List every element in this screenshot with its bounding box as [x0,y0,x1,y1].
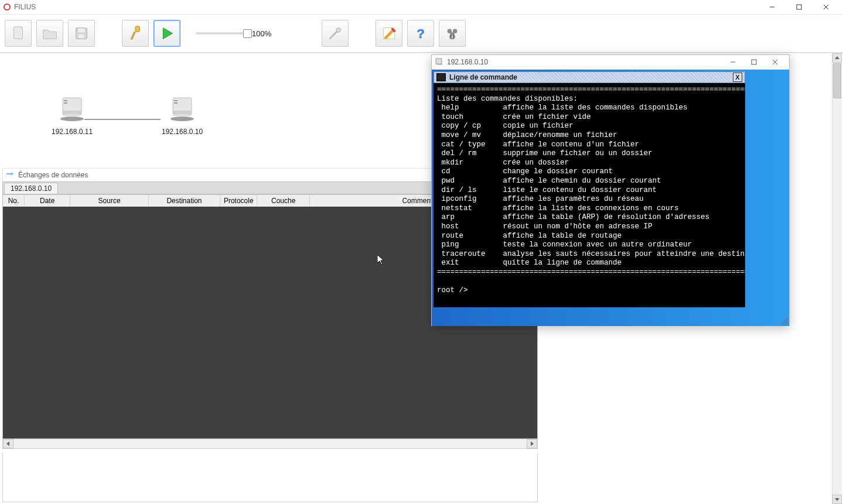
svg-rect-36 [436,59,442,64]
host-node[interactable]: 192.168.0.11 [52,93,93,136]
svg-marker-31 [6,441,9,446]
scroll-down-button[interactable] [832,495,842,504]
svg-marker-34 [835,56,839,59]
window-minimize-button[interactable] [759,0,786,14]
open-file-button[interactable] [36,20,63,47]
scroll-up-button[interactable] [832,53,842,63]
svg-text:i: i [452,34,453,40]
svg-rect-8 [78,29,84,33]
svg-rect-2 [797,5,801,9]
svg-rect-10 [135,26,140,32]
save-file-button[interactable] [68,20,95,47]
host-window-close-button[interactable] [764,56,786,68]
build-button[interactable] [122,20,149,47]
svg-rect-22 [63,111,81,114]
col-no[interactable]: No. [3,195,25,207]
network-cable[interactable] [84,119,161,120]
svg-rect-9 [79,35,84,39]
svg-rect-30 [174,102,178,104]
exchange-icon [6,171,15,179]
data-tab[interactable]: 192.168.0.10 [4,183,58,194]
terminal-window[interactable]: Ligne de commande X ====================… [434,71,745,307]
svg-rect-11 [130,31,136,40]
main-titlebar: FILIUS [0,0,843,14]
terminal-output[interactable]: ========================================… [434,83,745,298]
play-button[interactable] [153,20,180,47]
window-maximize-button[interactable] [786,0,813,14]
notes-tool-button[interactable] [376,20,402,47]
packet-detail-pane[interactable] [2,452,538,502]
zoom-slider-thumb[interactable] [243,29,252,38]
svg-marker-12 [163,28,172,39]
main-toolbar: 100% ? i [0,14,843,53]
app-logo-icon [4,4,11,11]
host-node[interactable]: 192.168.0.10 [162,93,203,136]
col-source[interactable]: Source [70,195,149,207]
scroll-right-button[interactable] [527,439,537,448]
window-close-button[interactable] [813,0,839,14]
workspace-v-scrollbar[interactable] [832,53,842,504]
svg-point-0 [4,4,10,10]
table-h-scrollbar[interactable] [2,439,538,449]
svg-point-37 [436,64,443,65]
host-window-minimize-button[interactable] [722,56,743,68]
host-desktop-window[interactable]: 192.168.0.10 Ligne de commande X =======… [431,54,790,326]
workspace: 192.168.0.11 192.168.0.10 Échanges de do… [0,53,843,504]
terminal-titlebar[interactable]: Ligne de commande X [434,71,745,83]
svg-rect-39 [752,60,756,64]
host-window-title: 192.168.0.10 [447,58,488,66]
svg-rect-24 [64,100,67,101]
host-window-maximize-button[interactable] [743,56,764,68]
host-window-titlebar[interactable]: 192.168.0.10 [432,55,789,70]
svg-marker-35 [835,498,839,501]
panel-title: Échanges de données [18,171,88,179]
host-window-icon [435,58,443,67]
new-file-button[interactable] [5,20,32,47]
zoom-label: 100% [252,29,271,38]
host-desktop-body[interactable]: Ligne de commande X ====================… [432,70,789,326]
svg-rect-27 [173,111,192,114]
svg-point-28 [170,116,194,121]
svg-rect-25 [64,102,67,104]
host-ip-label: 192.168.0.11 [52,128,93,136]
terminal-close-button[interactable]: X [733,73,742,82]
cable-tool-button[interactable] [322,20,349,47]
host-icon [162,93,203,125]
zoom-control[interactable]: 100% [196,29,271,38]
host-icon [52,93,93,125]
svg-text:?: ? [417,26,425,41]
zoom-slider[interactable] [196,32,248,35]
host-ip-label: 192.168.0.10 [162,128,203,136]
about-button[interactable]: i [439,20,466,47]
col-protocole[interactable]: Protocole [220,195,257,207]
help-button[interactable]: ? [407,20,434,47]
app-title: FILIUS [14,3,36,11]
col-destination[interactable]: Destination [149,195,220,207]
svg-rect-29 [174,100,178,101]
col-couche[interactable]: Couche [257,195,310,207]
col-date[interactable]: Date [25,195,70,207]
svg-point-13 [336,28,341,33]
svg-marker-32 [531,441,534,446]
resize-grip-icon[interactable] [779,316,788,325]
scroll-left-button[interactable] [3,439,13,448]
terminal-icon [436,73,446,81]
svg-point-23 [60,116,84,121]
terminal-title: Ligne de commande [449,73,517,81]
scroll-thumb[interactable] [833,63,841,98]
